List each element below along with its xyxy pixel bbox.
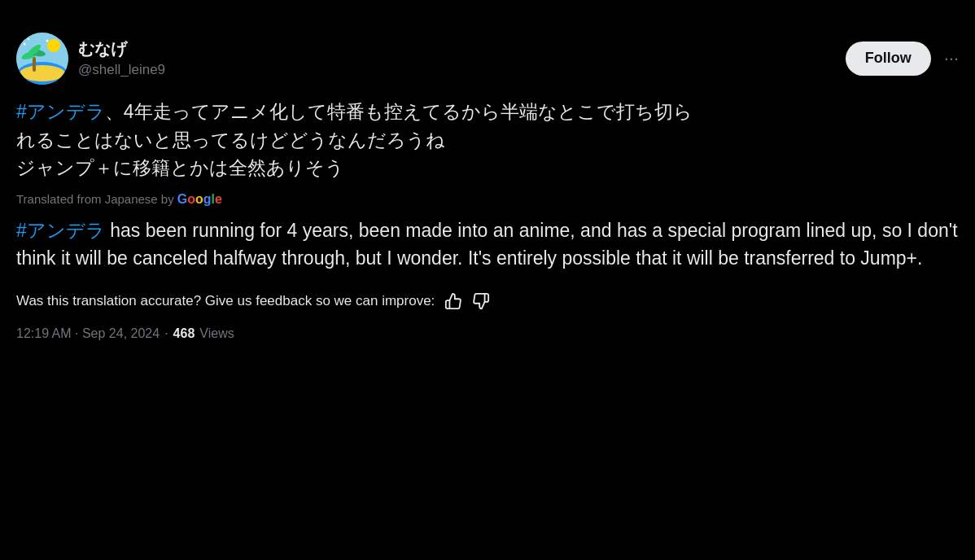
svg-point-3 — [47, 39, 60, 52]
dot-separator: · — [164, 326, 168, 341]
tweet-card: むなげ @shell_leine9 Follow ··· #アンデラ、4年走って… — [16, 16, 959, 357]
avatar[interactable] — [16, 33, 68, 85]
feedback-section: Was this translation accurate? Give us f… — [16, 292, 959, 310]
tweet-original-text: #アンデラ、4年走ってアニメ化して特番も控えてるから半端なとこで打ち切ら れるこ… — [16, 98, 959, 182]
svg-point-9 — [46, 40, 49, 42]
svg-rect-4 — [33, 57, 36, 72]
thumbs-up-icon[interactable] — [444, 292, 462, 310]
tweet-header-left: むなげ @shell_leine9 — [16, 33, 165, 85]
feedback-text: Was this translation accurate? Give us f… — [16, 293, 435, 309]
user-info: むなげ @shell_leine9 — [78, 38, 165, 79]
display-name[interactable]: むなげ — [78, 38, 165, 59]
username[interactable]: @shell_leine9 — [78, 61, 165, 79]
thumbs-down-icon[interactable] — [472, 292, 490, 310]
google-brand: Google — [177, 192, 222, 207]
translated-body: has been running for 4 years, been made … — [16, 220, 958, 269]
translated-from-text: Translated from Japanese by — [16, 192, 174, 206]
tweet-content: #アンデラ、4年走ってアニメ化して特番も控えてるから半端なとこで打ち切ら れるこ… — [16, 98, 959, 310]
tweet-timestamp[interactable]: 12:19 AM · Sep 24, 2024 — [16, 326, 160, 341]
svg-point-8 — [24, 43, 26, 46]
original-text-part1: 、4年走ってアニメ化して特番も控えてるから半端なとこで打ち切ら — [105, 101, 693, 122]
tweet-header: むなげ @shell_leine9 Follow ··· — [16, 33, 959, 85]
translation-label: Translated from Japanese by Google — [16, 192, 959, 207]
svg-point-2 — [20, 65, 65, 81]
original-text-part3: ジャンプ＋に移籍とかは全然ありそう — [16, 157, 344, 178]
tweet-translated-text: #アンデラ has been running for 4 years, been… — [16, 217, 959, 273]
tweet-footer: 12:19 AM · Sep 24, 2024 · 468 Views — [16, 326, 959, 341]
tweet-header-right: Follow ··· — [846, 42, 959, 76]
views-label: Views — [199, 326, 234, 341]
follow-button[interactable]: Follow — [846, 42, 931, 76]
more-options-icon[interactable]: ··· — [944, 48, 959, 69]
hashtag-andera-translated[interactable]: #アンデラ — [16, 220, 105, 241]
svg-point-10 — [28, 38, 29, 40]
views-count: 468 — [173, 326, 195, 341]
hashtag-andera[interactable]: #アンデラ — [16, 101, 105, 122]
original-text-part2: れることはないと思ってるけどどうなんだろうね — [16, 129, 445, 151]
